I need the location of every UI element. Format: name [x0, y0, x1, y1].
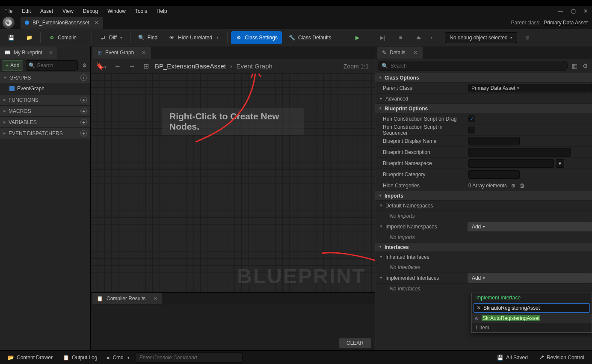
- class-defaults-button[interactable]: 🔧 Class Defaults: [284, 31, 335, 44]
- add-namespace-button[interactable]: Add▾: [468, 222, 592, 231]
- nav-back-button[interactable]: ←: [112, 62, 123, 70]
- category-interfaces[interactable]: ▼Interfaces: [375, 242, 592, 252]
- all-saved-button[interactable]: 💾All Saved: [493, 352, 532, 363]
- stop-button[interactable]: ■: [393, 31, 408, 44]
- compile-icon: ⚙: [48, 34, 55, 41]
- folder-icon: 📁: [26, 34, 33, 41]
- browse-button[interactable]: 📁: [21, 31, 37, 44]
- menu-tools[interactable]: Tools: [135, 8, 147, 14]
- interface-result-item[interactable]: ⎋ SkrAutoRegisteringAsset: [472, 314, 592, 323]
- interface-search-row: ✕: [474, 303, 590, 313]
- eject-button[interactable]: ⏏: [411, 31, 426, 44]
- menu-edit[interactable]: Edit: [22, 8, 31, 14]
- namespace-input[interactable]: [468, 159, 554, 168]
- add-button[interactable]: + Add: [2, 60, 23, 71]
- run-sequencer-checkbox[interactable]: [468, 127, 475, 133]
- class-settings-button[interactable]: ⚙ Class Settings: [231, 31, 282, 44]
- add-graph-icon[interactable]: +: [80, 74, 87, 81]
- menu-window[interactable]: Window: [107, 8, 126, 14]
- grid-icon[interactable]: ▦: [571, 62, 579, 69]
- main-tab-row: BP_ExtensionBaseAsset ✕ Parent class: Pr…: [0, 16, 592, 29]
- add-interface-button[interactable]: Add▾: [468, 273, 592, 283]
- inherited-interfaces-header[interactable]: ▼Inherited Interfaces: [375, 252, 592, 262]
- category-class-options[interactable]: ▼Class Options: [375, 73, 592, 82]
- add-dispatcher-icon[interactable]: +: [80, 130, 87, 136]
- nav-forward-button[interactable]: →: [127, 62, 137, 70]
- blueprint-search-input[interactable]: 🔍 Search: [26, 60, 78, 71]
- debug-object-selector[interactable]: No debug object selected▾: [445, 32, 517, 43]
- locate-debug-button[interactable]: ⊚: [520, 31, 535, 44]
- category-macros[interactable]: ▶MACROS+: [0, 105, 90, 116]
- clear-elements-icon[interactable]: 🗑: [520, 183, 525, 189]
- settings-icon[interactable]: ⚙: [581, 62, 589, 69]
- run-drag-checkbox[interactable]: [468, 115, 475, 122]
- parent-class-link[interactable]: Primary Data Asset: [544, 20, 588, 26]
- details-search-input[interactable]: 🔍 Search: [378, 61, 568, 71]
- close-icon[interactable]: ✕: [413, 50, 417, 56]
- menu-file[interactable]: File: [4, 8, 12, 14]
- implement-interface-popup: Implement Interface ✕ ⎋ SkrAutoRegisteri…: [471, 293, 592, 333]
- category-imports[interactable]: ▼Imports: [375, 191, 592, 200]
- my-blueprint-tab[interactable]: 📖 My Blueprint ✕: [0, 47, 57, 59]
- clear-search-icon[interactable]: ✕: [477, 305, 481, 311]
- menu-asset[interactable]: Asset: [40, 8, 53, 14]
- save-button[interactable]: 💾: [3, 31, 19, 44]
- category-blueprint-options[interactable]: ▼Blueprint Options: [375, 104, 592, 113]
- event-graph-tab[interactable]: ⊞ Event Graph ✕: [92, 47, 151, 59]
- namespace-dropdown[interactable]: ▾: [556, 159, 564, 168]
- category-functions[interactable]: ▶FUNCTIONS+: [0, 94, 90, 105]
- revision-control-button[interactable]: ⎇Revision Control: [534, 352, 589, 363]
- display-name-input[interactable]: [468, 137, 520, 145]
- menu-view[interactable]: View: [62, 8, 74, 14]
- add-macro-icon[interactable]: +: [80, 108, 87, 114]
- category-graphs[interactable]: ▼GRAPHS+: [0, 72, 90, 83]
- close-button[interactable]: ✕: [583, 8, 588, 14]
- output-log-button[interactable]: 📋Output Log: [59, 352, 101, 363]
- add-function-icon[interactable]: +: [80, 97, 87, 103]
- stop-icon: ■: [397, 34, 404, 41]
- breadcrumb-asset[interactable]: BP_ExtensionBaseAsset: [155, 62, 226, 70]
- advanced-toggle[interactable]: ▼Advanced: [375, 93, 592, 104]
- compiler-results-tab[interactable]: 📋 Compiler Results ✕: [92, 293, 162, 304]
- toolbar: 💾 📁 ⚙ Compile⋮ ⇄ Diff▾ 🔍 Find 👁 Hide Unr…: [0, 29, 592, 46]
- breadcrumb-graph[interactable]: Event Graph: [237, 62, 272, 70]
- minimize-button[interactable]: —: [558, 8, 563, 14]
- popup-footer: 1 item: [472, 323, 592, 332]
- step-button[interactable]: ▶|: [375, 31, 390, 44]
- hide-unrelated-button[interactable]: 👁 Hide Unrelated⋮: [164, 31, 224, 44]
- close-tab-icon[interactable]: ✕: [95, 20, 99, 26]
- close-icon[interactable]: ✕: [142, 50, 146, 56]
- content-drawer-button[interactable]: 📂Content Drawer: [3, 352, 57, 363]
- bookmark-icon[interactable]: 🔖▾: [94, 62, 108, 70]
- menu-debug[interactable]: Debug: [83, 8, 98, 14]
- branch-icon: ⎇: [538, 355, 544, 361]
- compile-button[interactable]: ⚙ Compile⋮: [44, 31, 88, 44]
- menu-help[interactable]: Help: [157, 8, 167, 14]
- parent-class-dropdown[interactable]: Primary Data Asset ▾: [468, 84, 592, 92]
- close-icon[interactable]: ✕: [49, 50, 53, 56]
- category-variables[interactable]: ▶VARIABLES+: [0, 116, 90, 127]
- details-tab[interactable]: ✎ Details ✕: [377, 47, 423, 59]
- console-input[interactable]: Enter Console Command: [136, 352, 243, 363]
- eject-icon: ⏏: [415, 34, 422, 41]
- interface-search-input[interactable]: [483, 305, 587, 311]
- event-graph-item[interactable]: EventGraph: [0, 83, 90, 94]
- graph-canvas[interactable]: Right-Click to Create New Nodes. BLUEPRI…: [91, 74, 375, 292]
- search-icon: 🔍: [138, 34, 145, 41]
- cmd-button[interactable]: ▸Cmd▾: [103, 352, 133, 363]
- category-input[interactable]: [468, 170, 520, 179]
- description-input[interactable]: [468, 148, 571, 157]
- default-namespaces-header[interactable]: ▼Default Namespaces: [375, 200, 592, 210]
- find-button[interactable]: 🔍 Find: [134, 31, 162, 44]
- add-variable-icon[interactable]: +: [80, 119, 87, 125]
- diff-icon: ⇄: [100, 34, 107, 41]
- play-button[interactable]: ▶⋮: [349, 31, 372, 44]
- diff-button[interactable]: ⇄ Diff▾: [95, 31, 127, 44]
- main-asset-tab[interactable]: BP_ExtensionBaseAsset ✕: [21, 17, 103, 29]
- add-element-icon[interactable]: ⊕: [511, 183, 515, 189]
- clear-button[interactable]: CLEAR: [339, 338, 371, 348]
- close-icon[interactable]: ✕: [153, 296, 157, 302]
- maximize-button[interactable]: ▢: [571, 8, 576, 14]
- category-event-dispatchers[interactable]: ▶EVENT DISPATCHERS+: [0, 127, 90, 139]
- settings-icon[interactable]: ⚙: [80, 62, 89, 68]
